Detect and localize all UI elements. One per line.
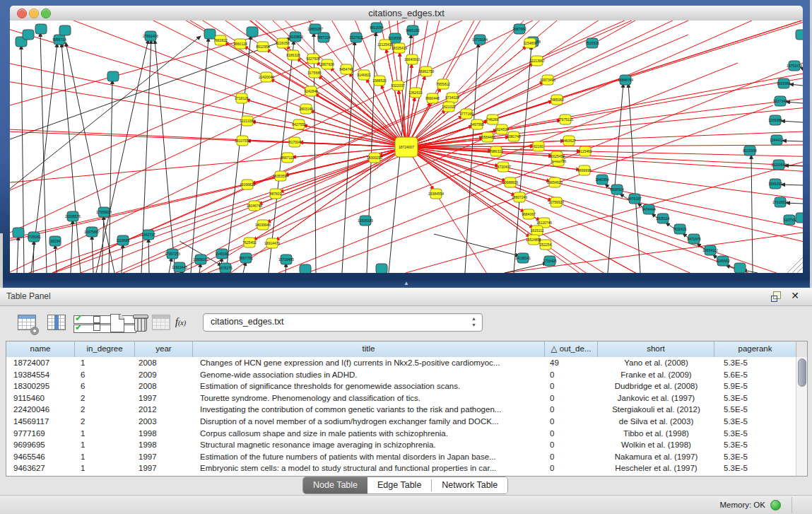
table-cell[interactable]: Jankovic et al. (1997) xyxy=(598,392,714,404)
graph-node[interactable]: 14138141 xyxy=(515,253,531,263)
graph-node[interactable]: 1342737 xyxy=(141,230,155,240)
graph-node[interactable]: 9660128 xyxy=(233,39,247,49)
graph-node[interactable]: 1209388 xyxy=(768,115,782,125)
graph-node[interactable]: 6497568 xyxy=(470,119,484,129)
table-cell[interactable]: 1 xyxy=(75,439,135,451)
table-cell[interactable]: 2003 xyxy=(135,416,193,428)
graph-node[interactable]: 8454749 xyxy=(339,64,353,74)
graph-node[interactable]: 16720407 xyxy=(495,162,511,172)
graph-node[interactable] xyxy=(59,25,71,35)
table-cell[interactable]: 14569117 xyxy=(6,416,75,428)
graph-node[interactable]: 20564486 xyxy=(480,132,495,142)
network-window-titlebar[interactable]: citations_edges.txt xyxy=(10,6,803,21)
table-cell[interactable]: Wolkin et al. (1998) xyxy=(598,439,714,451)
table-row[interactable]: 2242004622012Investigating the contribut… xyxy=(6,404,796,416)
graph-node[interactable]: 8322037 xyxy=(391,81,405,90)
graph-node[interactable]: 10756928 xyxy=(548,197,564,207)
table-cell[interactable]: 0 xyxy=(545,451,598,463)
table-cell[interactable]: 2 xyxy=(75,416,135,428)
table-cell[interactable]: 9465546 xyxy=(6,451,75,463)
table-cell[interactable]: Changes of HCN gene expression and I(f) … xyxy=(193,357,545,369)
table-cell[interactable]: Hescheler et al. (1997) xyxy=(598,462,714,474)
table-cell[interactable]: 6 xyxy=(75,369,135,381)
graph-node[interactable]: 2687682 xyxy=(512,24,526,34)
column-header-2[interactable]: year xyxy=(135,341,193,357)
table-cell[interactable]: Structural magnetic resonance image aver… xyxy=(193,439,545,451)
graph-node[interactable]: 10688609 xyxy=(502,177,518,187)
new-table-icon[interactable] xyxy=(107,313,129,334)
graph-node[interactable]: 1624534 xyxy=(495,124,509,134)
graph-node[interactable]: 1678275 xyxy=(218,263,233,273)
graph-node[interactable]: 16961758 xyxy=(418,66,434,76)
graph-node[interactable]: 12923445 xyxy=(172,262,187,272)
graph-node[interactable]: 8427552 xyxy=(292,119,306,129)
table-row[interactable]: 946362711997Embryonic stem cells: a mode… xyxy=(6,462,796,474)
graph-node[interactable]: 15718485 xyxy=(278,255,294,264)
graph-node[interactable]: 9055714 xyxy=(52,35,66,45)
graph-node[interactable]: 1527602 xyxy=(349,33,363,42)
graph-node[interactable]: 817004 xyxy=(289,137,301,147)
table-header-row[interactable]: namein_degreeyeartitle△ out_de...shortpa… xyxy=(6,341,796,358)
graph-node[interactable]: 9684067 xyxy=(522,209,536,219)
tab-edge-table[interactable]: Edge Table xyxy=(367,477,431,493)
graph-node[interactable]: 8471676 xyxy=(687,234,701,244)
graph-node[interactable]: 12213383 xyxy=(240,116,255,126)
float-panel-icon[interactable] xyxy=(771,291,781,301)
graph-node[interactable]: 16353594 xyxy=(273,171,288,181)
table-cell[interactable]: 9463627 xyxy=(6,462,75,474)
table-cell[interactable]: 2 xyxy=(75,392,135,404)
graph-node[interactable] xyxy=(796,30,803,40)
graph-node[interactable]: 18325419 xyxy=(392,43,407,53)
graph-node[interactable]: 1080748 xyxy=(507,132,521,141)
table-body[interactable]: 1872400712008Changes of HCN gene express… xyxy=(6,357,796,476)
table-cell[interactable]: 0 xyxy=(545,462,598,474)
graph-node[interactable]: 1569297 xyxy=(768,179,782,189)
table-row[interactable]: 977716911998Corpus callosum shape and si… xyxy=(6,428,796,440)
table-cell[interactable]: Disruption of a novel member of a sodium… xyxy=(193,416,545,428)
graph-node[interactable]: 7663822 xyxy=(213,35,228,45)
table-cell[interactable]: Stergiakouli et al. (2012) xyxy=(598,404,714,416)
graph-node[interactable]: 18807249 xyxy=(512,192,527,202)
column-header-5[interactable]: short xyxy=(598,341,714,357)
table-cell[interactable]: 0 xyxy=(545,404,598,416)
select-column-icon[interactable] xyxy=(47,313,68,334)
table-cell[interactable]: de Silva et al. (2003) xyxy=(598,416,714,428)
table-cell[interactable]: 5.9E-5 xyxy=(714,380,796,392)
graph-node[interactable] xyxy=(35,24,47,34)
table-cell[interactable]: 1997 xyxy=(135,451,193,463)
graph-node[interactable]: 7857224 xyxy=(317,33,331,42)
table-cell[interactable]: 5.3E-5 xyxy=(714,439,796,451)
table-cell[interactable]: Investigating the contribution of common… xyxy=(193,404,545,416)
graph-node[interactable]: 39154 xyxy=(49,236,61,246)
graph-node[interactable]: 1115685 xyxy=(117,235,130,245)
table-row[interactable]: 969969511998Structural magnetic resonanc… xyxy=(6,439,796,451)
graph-node[interactable]: 16848784 xyxy=(618,75,633,85)
table-cell[interactable]: 1997 xyxy=(135,462,193,474)
table-cell[interactable]: 2012 xyxy=(135,404,193,416)
network-graph[interactable]: 9055714276914061603380910653287152760294… xyxy=(10,21,803,273)
graph-node[interactable]: 1621022 xyxy=(442,102,456,112)
graph-node[interactable]: 1733426 xyxy=(543,256,557,266)
function-builder-icon[interactable]: f(x) xyxy=(175,317,186,328)
graph-node[interactable]: 16033809 xyxy=(288,32,303,42)
graph-node[interactable]: 8990448 xyxy=(425,93,440,103)
table-cell[interactable]: 18724007 xyxy=(6,357,75,369)
splitter-handle[interactable]: ▲ xyxy=(402,281,411,286)
graph-node[interactable]: 12125439 xyxy=(377,40,393,49)
table-cell[interactable]: 1 xyxy=(75,451,135,463)
table-row[interactable]: 911546021997Tourette syndrome. Phenomeno… xyxy=(6,392,796,404)
graph-node[interactable]: 1362615 xyxy=(408,88,423,98)
table-cell[interactable]: Tourette syndrome. Phenomenology and cla… xyxy=(193,392,545,404)
graph-node[interactable]: 9777169 xyxy=(459,109,473,119)
table-row[interactable]: 1872400712008Changes of HCN gene express… xyxy=(6,357,796,369)
graph-node[interactable] xyxy=(107,71,119,81)
graph-node[interactable]: 6734028 xyxy=(445,93,459,103)
table-cell[interactable]: 5.3E-5 xyxy=(714,357,796,369)
column-header-6[interactable]: pagerank xyxy=(714,341,796,357)
table-cell[interactable]: 5.5E-5 xyxy=(714,404,796,416)
graph-node[interactable]: 9327508 xyxy=(306,54,320,64)
table-cell[interactable]: 9699695 xyxy=(6,439,75,451)
graph-node[interactable] xyxy=(247,27,258,37)
graph-node[interactable]: 8938924 xyxy=(610,185,624,194)
table-cell[interactable]: Estimation of significance thresholds fo… xyxy=(193,380,545,392)
